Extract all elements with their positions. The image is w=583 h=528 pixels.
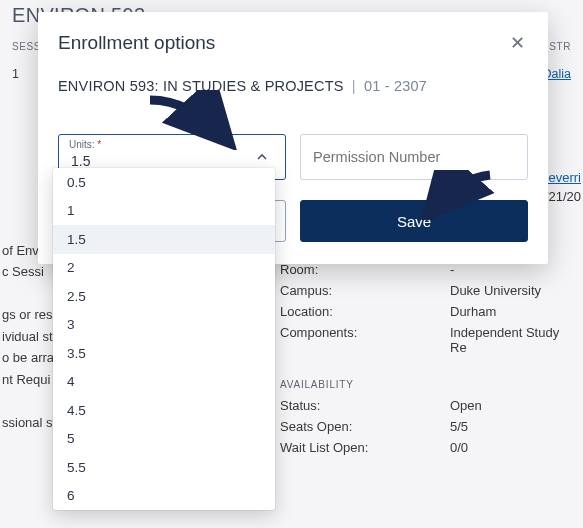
units-option[interactable]: 1.5 [53, 225, 275, 254]
units-option[interactable]: 4 [53, 368, 275, 397]
detail-row: Location:Durham [280, 304, 575, 319]
detail-key: Seats Open: [280, 419, 450, 434]
detail-key: Wait List Open: [280, 440, 450, 455]
save-label: Save [397, 213, 431, 230]
units-option[interactable]: 1 [53, 197, 275, 226]
truncated-text: o be arra [2, 347, 60, 368]
detail-value: 0/0 [450, 440, 575, 455]
units-dropdown[interactable]: 0.511.522.533.544.555.56 [53, 168, 275, 510]
detail-value: Durham [450, 304, 575, 319]
availability-heading: AVAILABILITY [280, 379, 575, 390]
detail-row: Status:Open [280, 398, 575, 413]
units-option[interactable]: 5.5 [53, 453, 275, 482]
detail-row: Components:Independent Study Re [280, 325, 575, 355]
truncated-text: gs or rese [2, 304, 60, 325]
modal-title: Enrollment options [58, 32, 215, 54]
units-option[interactable]: 0.5 [53, 168, 275, 197]
course-heading: ENVIRON 593: IN STUDIES & PROJECTS | 01 … [58, 78, 528, 94]
details-column: Room:-Campus:Duke UniversityLocation:Dur… [280, 256, 583, 461]
course-section: 01 - 2307 [364, 78, 427, 94]
permission-number-input[interactable] [313, 149, 515, 165]
detail-key: Components: [280, 325, 450, 355]
detail-value: Independent Study Re [450, 325, 575, 355]
chevron-up-icon [252, 145, 273, 169]
truncated-text: ividual stu [2, 326, 60, 347]
units-option[interactable]: 5 [53, 425, 275, 454]
truncated-text [2, 390, 60, 411]
detail-value: 5/5 [450, 419, 575, 434]
detail-key: Location: [280, 304, 450, 319]
units-option[interactable]: 2 [53, 254, 275, 283]
detail-value: Open [450, 398, 575, 413]
detail-row: Seats Open:5/5 [280, 419, 575, 434]
detail-value: Duke University [450, 283, 575, 298]
truncated-text: nt Requi [2, 369, 60, 390]
units-option[interactable]: 4.5 [53, 396, 275, 425]
left-partial-text: of Envic Sessi gs or reseividual stuo be… [0, 240, 60, 433]
detail-key: Campus: [280, 283, 450, 298]
units-option[interactable]: 3.5 [53, 339, 275, 368]
close-icon: ✕ [510, 34, 525, 52]
close-button[interactable]: ✕ [506, 32, 528, 54]
permission-number-field[interactable] [300, 134, 528, 180]
units-option[interactable]: 6 [53, 482, 275, 511]
detail-row: Room:- [280, 262, 575, 277]
separator: | [352, 78, 356, 94]
detail-value: - [450, 262, 575, 277]
save-button[interactable]: Save [300, 200, 528, 242]
units-value: 1.5 [71, 153, 252, 169]
detail-row: Wait List Open:0/0 [280, 440, 575, 455]
truncated-text [2, 283, 60, 304]
detail-key: Room: [280, 262, 450, 277]
row-index: 1 [12, 66, 19, 84]
detail-row: Campus:Duke University [280, 283, 575, 298]
truncated-text: c Sessi [2, 261, 60, 282]
course-code: ENVIRON 593: IN STUDIES & PROJECTS [58, 78, 344, 94]
detail-key: Status: [280, 398, 450, 413]
units-label: Units: * [69, 139, 101, 150]
units-option[interactable]: 2.5 [53, 282, 275, 311]
truncated-text: ssional stu [2, 412, 60, 433]
units-option[interactable]: 3 [53, 311, 275, 340]
